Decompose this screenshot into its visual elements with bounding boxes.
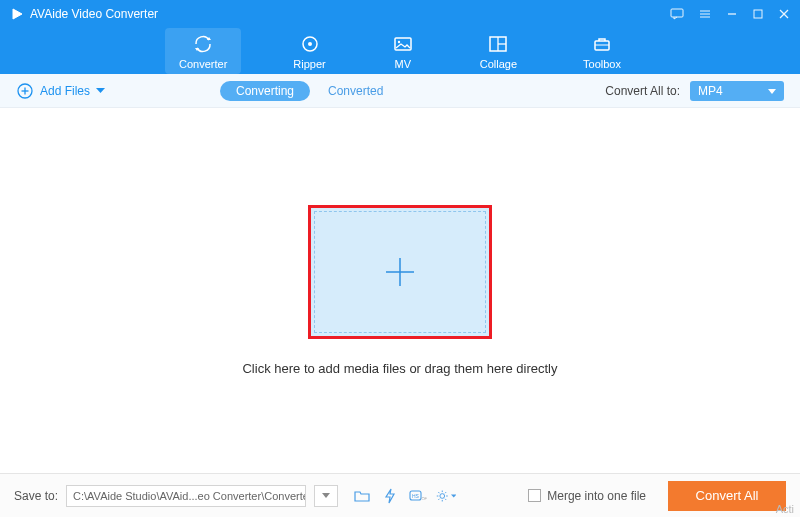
app-window: AVAide Video Converter Converter Ripper (0, 0, 800, 517)
toolbox-icon (591, 34, 613, 54)
feedback-icon[interactable] (670, 8, 684, 20)
drop-zone[interactable] (308, 205, 492, 339)
svg-rect-2 (671, 9, 683, 17)
ripper-icon (299, 34, 321, 54)
nav-collage[interactable]: Collage (466, 28, 531, 74)
svg-point-13 (308, 42, 312, 46)
svg-line-37 (438, 492, 439, 493)
app-logo: AVAide Video Converter (10, 7, 158, 21)
titlebar: AVAide Video Converter Converter Ripper (0, 0, 800, 74)
nav-converter[interactable]: Converter (165, 28, 241, 74)
save-to-label: Save to: (14, 489, 58, 503)
tab-converted[interactable]: Converted (328, 84, 383, 98)
lightning-icon (384, 488, 396, 504)
drop-text: Click here to add media files or drag th… (242, 361, 557, 376)
nav-toolbox[interactable]: Toolbox (569, 28, 635, 74)
gpu-accel-button[interactable] (380, 486, 400, 506)
svg-marker-27 (322, 493, 330, 498)
chevron-down-icon (96, 88, 105, 94)
nav-label: Ripper (293, 58, 325, 70)
mv-icon (392, 34, 414, 54)
status-tabs: Converting Converted (220, 81, 383, 101)
merge-checkbox[interactable]: Merge into one file (528, 489, 646, 503)
save-path-field[interactable]: C:\AVAide Studio\AVAid...eo Converter\Co… (66, 485, 306, 507)
titlebar-top: AVAide Video Converter (0, 0, 800, 28)
svg-marker-41 (451, 494, 456, 497)
svg-marker-24 (96, 88, 105, 93)
footer-bar: Save to: C:\AVAide Studio\AVAid...eo Con… (0, 473, 800, 517)
chevron-down-icon (451, 494, 456, 498)
svg-marker-1 (13, 9, 22, 19)
speed-icon: HSOFF (409, 489, 427, 503)
watermark-text: Acti (776, 503, 794, 515)
merge-label: Merge into one file (547, 489, 646, 503)
nav-label: Collage (480, 58, 517, 70)
convert-all-to: Convert All to: MP4 (605, 81, 784, 101)
svg-line-40 (445, 492, 446, 493)
sub-toolbar: Add Files Converting Converted Convert A… (0, 74, 800, 108)
svg-line-39 (438, 498, 439, 499)
svg-rect-7 (754, 10, 762, 18)
gear-icon (436, 488, 449, 504)
tab-converting[interactable]: Converting (220, 81, 310, 101)
svg-text:HS: HS (412, 493, 420, 499)
chevron-down-icon (322, 493, 330, 498)
add-files-button[interactable]: Add Files (16, 82, 105, 100)
close-icon[interactable] (778, 8, 790, 20)
nav-label: Converter (179, 58, 227, 70)
converter-icon (192, 34, 214, 54)
save-path-dropdown[interactable] (314, 485, 338, 507)
high-speed-button[interactable]: HSOFF (408, 486, 428, 506)
maximize-icon[interactable] (752, 8, 764, 20)
open-folder-button[interactable] (352, 486, 372, 506)
folder-icon (354, 489, 370, 503)
svg-marker-28 (386, 489, 394, 503)
convert-all-to-label: Convert All to: (605, 84, 680, 98)
plus-icon (383, 255, 417, 289)
collage-icon (487, 34, 509, 54)
format-select[interactable]: MP4 (690, 81, 784, 101)
main-nav: Converter Ripper MV Collage Toolbox (0, 28, 800, 74)
nav-ripper[interactable]: Ripper (279, 28, 339, 74)
main-area: Click here to add media files or drag th… (0, 108, 800, 473)
svg-point-32 (440, 493, 445, 498)
minimize-icon[interactable] (726, 8, 738, 20)
add-files-label: Add Files (40, 84, 90, 98)
nav-mv[interactable]: MV (378, 28, 428, 74)
svg-line-38 (445, 498, 446, 499)
plus-circle-icon (16, 82, 34, 100)
convert-all-button[interactable]: Convert All (668, 481, 786, 511)
format-value: MP4 (698, 84, 723, 98)
app-title: AVAide Video Converter (30, 7, 158, 21)
svg-text:OFF: OFF (422, 496, 428, 501)
nav-label: MV (394, 58, 411, 70)
window-controls (670, 8, 790, 20)
footer-tools: HSOFF (352, 486, 456, 506)
settings-button[interactable] (436, 486, 456, 506)
svg-rect-14 (395, 38, 411, 50)
checkbox-icon (528, 489, 541, 502)
nav-label: Toolbox (583, 58, 621, 70)
menu-icon[interactable] (698, 8, 712, 20)
play-icon (10, 7, 24, 21)
svg-point-15 (398, 41, 400, 43)
